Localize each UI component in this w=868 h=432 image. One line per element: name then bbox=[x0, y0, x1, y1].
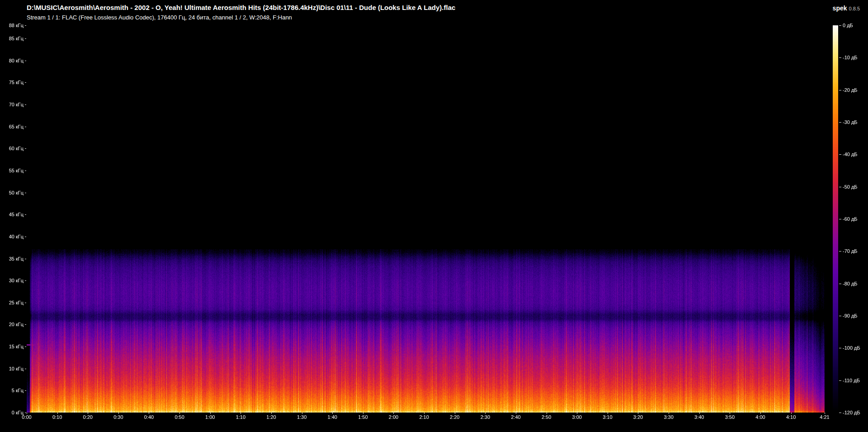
time-tick-mark bbox=[699, 413, 700, 414]
db-tick-mark bbox=[839, 348, 841, 348]
frequency-tick-mark bbox=[25, 280, 26, 281]
frequency-tick-label: 0 кГц bbox=[0, 410, 24, 415]
time-tick-label: 2:20 bbox=[450, 415, 459, 420]
db-tick-label: -50 дБ bbox=[843, 184, 858, 189]
time-tick-label: 2:30 bbox=[481, 415, 490, 420]
time-tick-label: 2:00 bbox=[389, 415, 398, 420]
frequency-tick-mark bbox=[25, 193, 26, 193]
db-tick-mark bbox=[839, 187, 841, 187]
time-tick-mark bbox=[179, 413, 180, 414]
time-tick-mark bbox=[118, 413, 119, 414]
db-tick-mark bbox=[839, 57, 841, 58]
time-tick-label: 4:00 bbox=[755, 415, 765, 420]
frequency-tick-mark bbox=[25, 390, 26, 391]
frequency-tick-mark bbox=[25, 369, 26, 369]
time-tick-label: 1:00 bbox=[205, 415, 215, 420]
spek-window: D:\MUSIC\Aerosmith\Aerosmith - 2002 - O,… bbox=[0, 0, 868, 432]
db-tick-label: -30 дБ bbox=[843, 120, 858, 125]
db-tick-mark bbox=[839, 25, 841, 26]
db-tick-label: 0 дБ bbox=[843, 23, 853, 28]
frequency-tick-mark bbox=[25, 347, 26, 347]
file-path-title: D:\MUSIC\Aerosmith\Aerosmith - 2002 - O,… bbox=[27, 4, 455, 11]
time-tick-mark bbox=[608, 413, 608, 414]
time-tick-label: 0:30 bbox=[113, 415, 123, 420]
db-tick-mark bbox=[839, 219, 841, 219]
time-tick-mark bbox=[730, 413, 730, 414]
time-tick-label: 3:10 bbox=[603, 415, 612, 420]
time-tick-mark bbox=[485, 413, 486, 414]
db-tick-mark bbox=[839, 251, 841, 252]
db-tick-label: -70 дБ bbox=[843, 249, 858, 254]
time-tick-mark bbox=[302, 413, 302, 414]
time-tick-mark bbox=[669, 413, 669, 414]
frequency-tick-label: 35 кГц bbox=[0, 256, 24, 261]
frequency-tick-label: 20 кГц bbox=[0, 322, 24, 327]
db-tick-mark bbox=[839, 380, 841, 381]
time-tick-label: 0:40 bbox=[144, 415, 154, 420]
frequency-tick-mark bbox=[25, 171, 26, 171]
db-tick-label: -10 дБ bbox=[843, 55, 858, 60]
frequency-tick-mark bbox=[25, 413, 26, 413]
time-tick-label: 3:00 bbox=[572, 415, 582, 420]
time-tick-label: 1:20 bbox=[266, 415, 276, 420]
time-tick-mark bbox=[57, 413, 58, 414]
app-brand: spek0.8.5 bbox=[833, 4, 860, 12]
time-tick-label: 0:00 bbox=[22, 415, 31, 420]
frequency-tick-mark bbox=[25, 324, 26, 325]
time-tick-label: 2:40 bbox=[511, 415, 520, 420]
frequency-tick-label: 75 кГц bbox=[0, 80, 24, 85]
db-tick-mark bbox=[839, 90, 841, 90]
time-tick-label: 3:30 bbox=[664, 415, 673, 420]
frequency-tick-label: 5 кГц bbox=[0, 388, 24, 393]
db-tick-mark bbox=[839, 284, 841, 284]
frequency-tick-mark bbox=[25, 303, 26, 303]
db-tick-label: -100 дБ bbox=[843, 346, 860, 351]
time-tick-label: 3:50 bbox=[725, 415, 735, 420]
db-tick-label: -120 дБ bbox=[843, 410, 860, 415]
time-tick-label: 1:10 bbox=[236, 415, 245, 420]
db-tick-mark bbox=[839, 413, 841, 413]
frequency-tick-mark bbox=[25, 61, 26, 61]
time-tick-mark bbox=[825, 413, 825, 414]
time-tick-mark bbox=[547, 413, 547, 414]
time-tick-mark bbox=[577, 413, 577, 414]
time-tick-mark bbox=[363, 413, 363, 414]
time-tick-label: 0:20 bbox=[83, 415, 93, 420]
time-tick-mark bbox=[455, 413, 455, 414]
time-tick-label: 0:50 bbox=[175, 415, 184, 420]
frequency-tick-mark bbox=[25, 214, 26, 215]
db-tick-label: -20 дБ bbox=[843, 87, 858, 92]
frequency-tick-mark bbox=[25, 38, 26, 39]
frequency-tick-label: 70 кГц bbox=[0, 102, 24, 107]
time-tick-label: 3:20 bbox=[633, 415, 643, 420]
frequency-tick-label: 50 кГц bbox=[0, 190, 24, 195]
frequency-tick-label: 60 кГц bbox=[0, 146, 24, 151]
time-tick-mark bbox=[393, 413, 394, 414]
frequency-tick-label: 85 кГц bbox=[0, 36, 24, 41]
frequency-tick-mark bbox=[25, 259, 26, 259]
db-tick-mark bbox=[839, 122, 841, 123]
db-tick-label: -60 дБ bbox=[843, 217, 858, 222]
time-tick-label: 1:40 bbox=[328, 415, 337, 420]
time-tick-mark bbox=[149, 413, 149, 414]
time-tick-mark bbox=[271, 413, 272, 414]
time-tick-label: 3:40 bbox=[694, 415, 704, 420]
legend-gradient-bar bbox=[833, 25, 838, 413]
time-tick-label: 2:50 bbox=[542, 415, 551, 420]
app-name: spek bbox=[833, 5, 847, 12]
time-tick-mark bbox=[210, 413, 211, 414]
time-tick-label: 1:50 bbox=[358, 415, 368, 420]
frequency-tick-label: 65 кГц bbox=[0, 124, 24, 129]
frequency-tick-label: 10 кГц bbox=[0, 366, 24, 371]
frequency-tick-label: 40 кГц bbox=[0, 234, 24, 239]
time-tick-mark bbox=[27, 413, 27, 414]
frequency-tick-mark bbox=[25, 25, 26, 26]
frequency-tick-label: 45 кГц bbox=[0, 212, 24, 217]
time-tick-label: 1:30 bbox=[297, 415, 307, 420]
time-tick-mark bbox=[760, 413, 761, 414]
db-tick-label: -80 дБ bbox=[843, 281, 858, 286]
time-tick-mark bbox=[638, 413, 638, 414]
time-tick-mark bbox=[516, 413, 516, 414]
time-tick-label: 4:21 bbox=[820, 415, 829, 420]
frequency-tick-mark bbox=[25, 127, 26, 127]
